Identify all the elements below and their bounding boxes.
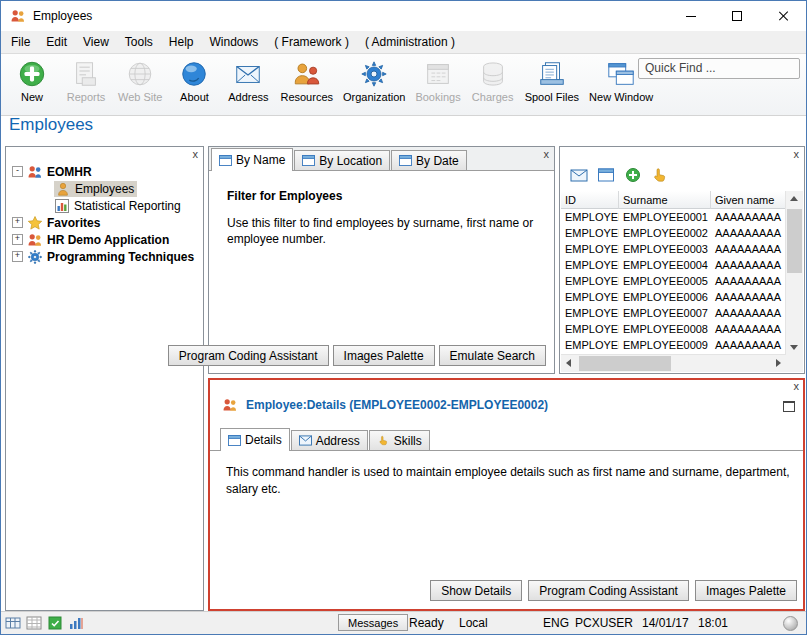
employee-row[interactable]: EMPLOYEE...EMPLOYEE0004AAAAAAAAA [561, 257, 786, 273]
tree-item-eomhr[interactable]: - EOMHR [8, 163, 201, 180]
employee-row[interactable]: EMPLOYEE...EMPLOYEE0006AAAAAAAAA [561, 289, 786, 305]
menu-administration[interactable]: ( Administration ) [357, 31, 463, 53]
toolbar-button-address[interactable]: Address [221, 58, 275, 104]
about-icon [179, 59, 209, 89]
cell-id: EMPLOYEE... [561, 289, 619, 305]
cell-given-name: AAAAAAAAA [711, 209, 786, 225]
menu-framework[interactable]: ( Framework ) [266, 31, 357, 53]
email-button[interactable] [570, 167, 588, 183]
form-window-button[interactable] [597, 167, 615, 183]
people-icon [222, 397, 238, 413]
hand-prompt-button[interactable] [651, 167, 669, 183]
employee-row[interactable]: EMPLOYEE...EMPLOYEE0003AAAAAAAAA [561, 241, 786, 257]
toolbar-button-web-site[interactable]: Web Site [113, 58, 167, 104]
toolbar-button-organization[interactable]: Organization [338, 58, 410, 104]
column-header-id[interactable]: ID [561, 191, 619, 209]
menu-file[interactable]: File [3, 31, 38, 53]
close-panel-icon[interactable]: x [794, 148, 800, 161]
tab-by-name[interactable]: By Name [211, 148, 293, 171]
tab-label: Details [245, 433, 282, 447]
employee-row[interactable]: EMPLOYEE...EMPLOYEE0007AAAAAAAAA [561, 305, 786, 321]
toolbar-button-reports[interactable]: Reports [59, 58, 113, 104]
scrollbar-corner [786, 355, 803, 372]
add-button[interactable] [624, 167, 642, 183]
tab-label: Skills [394, 434, 422, 448]
vertical-scrollbar[interactable] [785, 191, 803, 355]
tree-item-statistical-reporting[interactable]: Statistical Reporting [8, 197, 201, 214]
quick-find-label: Quick Find ... [645, 61, 716, 75]
tree-item-favorites[interactable]: + Favorites [8, 214, 201, 231]
tree-item-hr-demo-application[interactable]: + HR Demo Application [8, 231, 201, 248]
scroll-right-icon[interactable] [770, 355, 786, 371]
tree-item-label: Favorites [47, 216, 100, 230]
close-button[interactable] [760, 1, 806, 31]
tree-item-employees[interactable]: Employees [8, 180, 201, 197]
expand-icon[interactable]: + [12, 217, 23, 228]
toolbar-button-spool-files[interactable]: Spool Files [520, 58, 584, 104]
horizontal-scroll-thumb[interactable] [579, 356, 671, 371]
emulate-search-button[interactable]: Emulate Search [439, 345, 546, 366]
cell-given-name: AAAAAAAAA [711, 305, 786, 321]
toolbar-button-charges[interactable]: Charges [466, 58, 520, 104]
show-details-button[interactable]: Show Details [430, 580, 522, 601]
spool-files-icon [537, 59, 567, 89]
program-coding-assistant-button[interactable]: Program Coding Assistant [528, 580, 689, 601]
expand-icon[interactable]: + [12, 251, 23, 262]
filter-tabstrip: By Name By Location By Date [209, 147, 554, 171]
column-header-given-name[interactable]: Given name [711, 191, 786, 209]
status-messages-button[interactable]: Messages [338, 614, 408, 631]
menu-view[interactable]: View [75, 31, 117, 53]
status-date: 14/01/17 [642, 616, 689, 630]
sort-chart-icon[interactable] [68, 615, 84, 631]
scroll-up-icon[interactable] [786, 191, 802, 207]
toolbar-button-bookings[interactable]: Bookings [410, 58, 465, 104]
employee-row[interactable]: EMPLOYEE...EMPLOYEE0001AAAAAAAAA [561, 209, 786, 225]
tab-address[interactable]: Address [291, 430, 368, 450]
close-panel-icon[interactable]: x [794, 380, 800, 392]
menu-help[interactable]: Help [161, 31, 202, 53]
new-icon [17, 59, 47, 89]
close-panel-icon[interactable]: x [193, 148, 199, 161]
maximize-panel-icon[interactable] [783, 401, 795, 412]
list-toolbar [570, 164, 669, 186]
grid-view-icon[interactable] [26, 615, 42, 631]
toolbar-label: Reports [67, 91, 106, 103]
close-panel-icon[interactable]: x [544, 148, 550, 161]
vertical-scroll-thumb[interactable] [787, 209, 802, 273]
images-palette-button[interactable]: Images Palette [695, 580, 797, 601]
program-coding-assistant-button[interactable]: Program Coding Assistant [168, 345, 329, 366]
minimize-button[interactable] [668, 1, 714, 31]
scroll-down-icon[interactable] [786, 339, 802, 355]
maximize-button[interactable] [714, 1, 760, 31]
quick-find-input[interactable]: Quick Find ... [638, 58, 800, 79]
toolbar-button-resources[interactable]: Resources [275, 58, 338, 104]
tab-details[interactable]: Details [220, 428, 290, 451]
status-bar: Messages Ready Local ENG PCXUSER 14/01/1… [1, 611, 806, 634]
organization-icon [359, 59, 389, 89]
status-user: PCXUSER [575, 616, 633, 630]
employee-row[interactable]: EMPLOYEE...EMPLOYEE0009AAAAAAAAA [561, 337, 786, 353]
tab-by-date[interactable]: By Date [391, 150, 467, 170]
toolbar-label: New [21, 91, 43, 103]
employee-row[interactable]: EMPLOYEE...EMPLOYEE0005AAAAAAAAA [561, 273, 786, 289]
collapse-icon[interactable]: - [12, 166, 23, 177]
horizontal-scrollbar[interactable] [561, 354, 786, 372]
tab-skills[interactable]: Skills [369, 430, 430, 450]
expand-icon[interactable]: + [12, 234, 23, 245]
column-header-surname[interactable]: Surname [619, 191, 711, 209]
menu-edit[interactable]: Edit [38, 31, 75, 53]
tree-item-programming-techniques[interactable]: + Programming Techniques [8, 248, 201, 265]
table-view-icon[interactable] [5, 615, 21, 631]
menu-tools[interactable]: Tools [117, 31, 161, 53]
images-palette-button[interactable]: Images Palette [333, 345, 435, 366]
menu-windows[interactable]: Windows [202, 31, 267, 53]
toolbar-button-about[interactable]: About [167, 58, 221, 104]
app-icon [10, 8, 26, 24]
tab-by-location[interactable]: By Location [294, 150, 390, 170]
employee-row[interactable]: EMPLOYEE...EMPLOYEE0008AAAAAAAAA [561, 321, 786, 337]
log-icon[interactable] [47, 615, 63, 631]
cell-id: EMPLOYEE... [561, 321, 619, 337]
toolbar-button-new[interactable]: New [5, 58, 59, 104]
scroll-left-icon[interactable] [561, 355, 577, 371]
employee-row[interactable]: EMPLOYEE...EMPLOYEE0002AAAAAAAAA [561, 225, 786, 241]
